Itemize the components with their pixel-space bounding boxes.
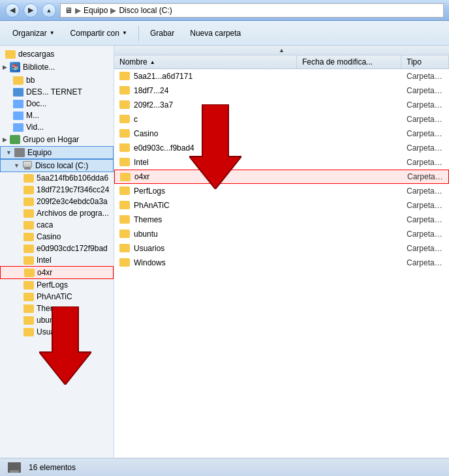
sidebar-item-descargas[interactable]: descargas: [0, 48, 114, 60]
library-icon: 📚: [10, 62, 20, 72]
sidebar-item-vid[interactable]: Vid...: [0, 121, 114, 133]
sidebar-label: M...: [26, 111, 39, 120]
sidebar-label: PerfLogs: [37, 280, 68, 290]
file-row-themes[interactable]: Themes Carpeta de archivos: [114, 213, 449, 227]
sidebar-item-m[interactable]: M...: [0, 110, 114, 121]
sidebar-item-doc[interactable]: Doc...: [0, 98, 114, 110]
file-icon: [13, 88, 23, 97]
address-separator: ▶: [75, 6, 81, 15]
file-row[interactable]: PhAnATiC Carpeta de archivos: [114, 198, 449, 213]
sidebar-item-disco-local[interactable]: ▼ Disco local (C:): [0, 159, 114, 172]
col-header-name[interactable]: Nombre ▲: [114, 55, 297, 68]
file-row[interactable]: 18df7...24 Carpeta de archivos: [114, 83, 449, 98]
expand-icon: ▼: [14, 162, 20, 169]
sidebar-item-grupo[interactable]: ▶ Grupo en Hogar: [0, 133, 114, 146]
new-folder-label: Nueva carpeta: [190, 29, 241, 38]
sidebar-label: caca: [37, 220, 53, 230]
sidebar-item-archivos[interactable]: Archivos de progra...: [0, 207, 114, 219]
burn-label: Grabar: [150, 29, 174, 38]
address-drive[interactable]: Disco local (C:): [119, 6, 172, 15]
folder-icon: [119, 143, 130, 152]
folder-icon: [119, 215, 130, 224]
share-button[interactable]: Compartir con ▼: [63, 24, 134, 42]
folder-icon: [23, 186, 34, 194]
folder-icon: [119, 158, 130, 166]
file-name-text: e0d903c...f9bad4: [134, 143, 194, 153]
file-date: [297, 219, 401, 220]
file-icon: [13, 112, 23, 120]
sidebar-item-18df[interactable]: 18df7219c7f346cc24: [0, 184, 114, 196]
folder-icon: [23, 281, 34, 290]
sidebar-label: e0d903cdc172f9bad: [37, 244, 108, 253]
sidebar-item-5aa[interactable]: 5aa214fb6b106dda6: [0, 172, 114, 184]
sidebar-item-perflogs[interactable]: PerfLogs: [0, 279, 114, 291]
burn-button[interactable]: Grabar: [143, 24, 181, 42]
sidebar-label: Bibliote...: [23, 63, 55, 72]
folder-icon: [23, 245, 34, 253]
sidebar-item-bibliotecas[interactable]: ▶ 📚 Bibliote...: [0, 60, 114, 74]
sidebar-item-ubuntu[interactable]: ubuntu: [0, 314, 114, 326]
address-bar[interactable]: 🖥 ▶ Equipo ▶ Disco local (C:): [60, 3, 444, 18]
file-name-text: Usuarios: [134, 244, 164, 253]
file-date: [297, 248, 401, 249]
sidebar-item-phantatic[interactable]: PhAnATiC: [0, 291, 114, 303]
back-button[interactable]: ◀: [5, 3, 20, 18]
file-row[interactable]: Usuarios Carpeta de archivos: [114, 241, 449, 256]
forward-button[interactable]: ▶: [23, 3, 38, 18]
content-area[interactable]: ▲ Nombre ▲ Fecha de modifica... Tipo 5a: [114, 46, 449, 458]
sidebar-item-themes[interactable]: Themes: [0, 303, 114, 314]
file-row[interactable]: 209f2...3a7 Carpeta de archivos: [114, 98, 449, 112]
toolbar: Organizar ▼ Compartir con ▼ Grabar Nueva…: [0, 21, 449, 46]
sidebar-label: DES... TERNET: [26, 87, 82, 97]
folder-icon: [119, 186, 130, 195]
file-type: Carpeta de archivos: [402, 171, 448, 182]
file-name-text: Themes: [134, 215, 162, 224]
file-date: [297, 205, 401, 206]
sidebar-item-bb[interactable]: bb: [0, 74, 114, 86]
folder-icon: [119, 129, 130, 138]
file-name-text: PhAnATiC: [134, 201, 170, 210]
folder-icon: [23, 198, 34, 206]
new-folder-button[interactable]: Nueva carpeta: [183, 24, 248, 42]
sidebar-label: Themes: [37, 304, 65, 313]
file-row-o4xr[interactable]: o4xr Carpeta de archivos: [114, 170, 449, 184]
file-row[interactable]: c Carpeta de archivos: [114, 112, 449, 126]
sidebar-item-desk[interactable]: DES... TERNET: [0, 86, 114, 98]
sidebar-label: ubuntu: [37, 316, 61, 325]
sidebar-item-equipo[interactable]: ▼ Equipo: [0, 146, 114, 159]
up-button[interactable]: ▲: [42, 3, 56, 18]
sidebar-item-usuarios[interactable]: Usuarios: [0, 326, 114, 338]
share-arrow: ▼: [122, 30, 127, 36]
file-row[interactable]: e0d903c...f9bad4 Carpeta de archivos: [114, 141, 449, 155]
sidebar-label: 5aa214fb6b106dda6: [37, 173, 108, 183]
file-row[interactable]: PerfLogs Carpeta de archivos: [114, 184, 449, 198]
file-icon: [13, 100, 23, 108]
folder-icon: [23, 209, 34, 218]
sidebar-label: Disco local (C:): [35, 161, 88, 170]
file-name-text: c: [134, 115, 138, 124]
sidebar-item-casino[interactable]: Casino: [0, 231, 114, 243]
col-header-date[interactable]: Fecha de modifica...: [297, 55, 401, 68]
sidebar-item-caca[interactable]: caca: [0, 219, 114, 231]
address-equipo[interactable]: Equipo: [84, 6, 108, 15]
file-row[interactable]: ubuntu Carpeta de archivos: [114, 227, 449, 241]
sidebar-item-intel[interactable]: Intel: [0, 254, 114, 266]
col-header-type[interactable]: Tipo: [401, 55, 449, 68]
sidebar-label: Archivos de progra...: [37, 209, 109, 218]
file-row[interactable]: Windows Carpeta de archivos: [114, 256, 449, 270]
folder-icon: [24, 269, 35, 277]
file-row[interactable]: 5aa21...a6d7171 Carpeta de archivos: [114, 69, 449, 83]
scroll-up-arrow[interactable]: ▲: [114, 46, 449, 55]
organize-button[interactable]: Organizar ▼: [5, 24, 62, 42]
sidebar-item-o4xr[interactable]: o4xr: [0, 266, 114, 279]
file-type: Carpeta de archivos: [401, 157, 449, 168]
folder-icon: [119, 72, 130, 80]
file-name-text: Intel: [134, 158, 149, 167]
sidebar-item-209f[interactable]: 209f2e3c4ebdc0a3a: [0, 196, 114, 207]
file-row[interactable]: Casino Carpeta de archivos: [114, 126, 449, 141]
folder-icon: [23, 174, 34, 183]
folder-icon: [23, 221, 34, 230]
sidebar[interactable]: descargas ▶ 📚 Bibliote... bb DES... TERN…: [0, 46, 114, 458]
file-row[interactable]: Intel Carpeta de archivos: [114, 155, 449, 170]
sidebar-item-e0d[interactable]: e0d903cdc172f9bad: [0, 243, 114, 254]
